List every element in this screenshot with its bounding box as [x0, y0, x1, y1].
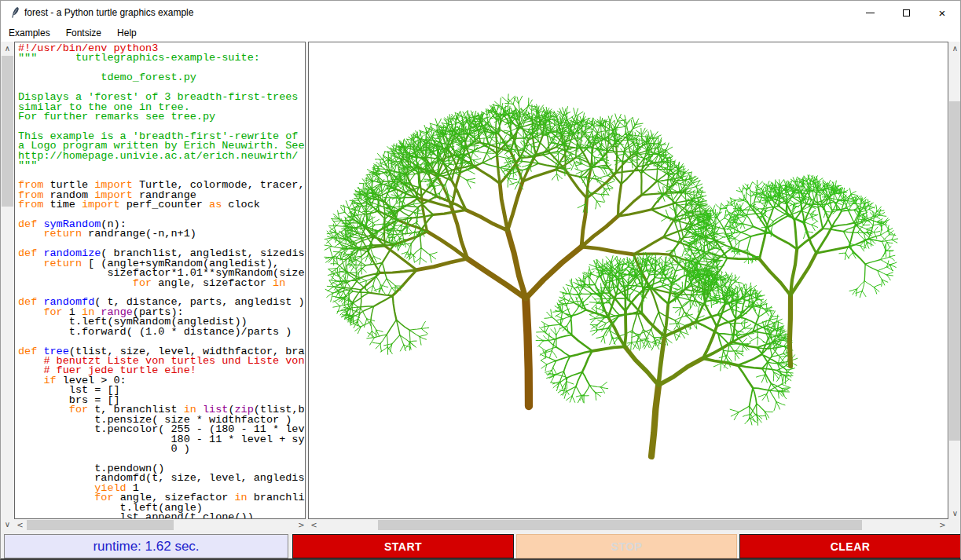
- code-vertical-scrollbar[interactable]: ∧ ∨: [1, 42, 14, 530]
- scroll-thumb[interactable]: [2, 56, 13, 207]
- scroll-right-icon[interactable]: >: [937, 519, 948, 531]
- scroll-thumb[interactable]: [27, 520, 174, 530]
- code-line: tdemo_forest.py: [18, 73, 305, 82]
- scroll-thumb[interactable]: [949, 101, 961, 441]
- title-bar: forest - a Python turtle graphics exampl…: [1, 1, 960, 24]
- turtle-drawing: [309, 42, 948, 518]
- scroll-left-icon[interactable]: <: [14, 519, 26, 531]
- start-button[interactable]: START: [292, 534, 514, 558]
- menu-bar: Examples Fontsize Help: [1, 24, 960, 42]
- code-line: return randrange(-n,n+1): [18, 229, 305, 239]
- code-line: """: [18, 161, 305, 170]
- minimize-icon: [866, 13, 875, 13]
- canvas-horizontal-scrollbar[interactable]: < >: [308, 519, 948, 531]
- scroll-down-icon[interactable]: ∨: [1, 518, 14, 530]
- scroll-right-icon[interactable]: >: [295, 519, 307, 531]
- stop-button[interactable]: STOP: [516, 534, 737, 558]
- scroll-up-icon[interactable]: ∧: [1, 42, 14, 54]
- window-title: forest - a Python turtle graphics exampl…: [24, 7, 193, 18]
- scroll-down-icon[interactable]: ∨: [948, 507, 961, 519]
- scroll-left-icon[interactable]: <: [308, 519, 320, 531]
- scrollbar-corner: [948, 519, 961, 531]
- code-horizontal-scrollbar[interactable]: < >: [14, 519, 307, 531]
- canvas-vertical-scrollbar[interactable]: ∧ ∨: [948, 42, 961, 519]
- code-editor-pane[interactable]: #!/usr/bin/env python3""" turtlegraphics…: [14, 42, 306, 519]
- maximize-button[interactable]: [888, 1, 924, 24]
- app-window: forest - a Python turtle graphics exampl…: [0, 0, 961, 560]
- scroll-up-icon[interactable]: ∧: [948, 42, 961, 54]
- code-line: lst.append(t.clone()): [18, 513, 305, 518]
- menu-fontsize[interactable]: Fontsize: [58, 24, 109, 42]
- menu-examples[interactable]: Examples: [1, 24, 58, 42]
- code-line: 0 ): [18, 445, 305, 454]
- status-bar: runtime: 1.62 sec. START STOP CLEAR: [1, 531, 960, 559]
- close-icon: ×: [939, 7, 946, 19]
- scroll-thumb[interactable]: [378, 520, 862, 530]
- code-line: t.forward( (1.0 * distance)/parts ): [18, 328, 305, 337]
- code-line: http://homepage.univie.ac.at/erich.neuwi…: [18, 152, 305, 161]
- runtime-display: runtime: 1.62 sec.: [4, 534, 288, 558]
- maximize-icon: [903, 9, 910, 16]
- clear-button[interactable]: CLEAR: [739, 534, 961, 558]
- code-line: from time import perf_counter as clock: [18, 200, 305, 210]
- code-line: for angle, sizefactor in: [18, 279, 305, 288]
- minimize-button[interactable]: [852, 1, 888, 24]
- code-line: """ turtlegraphics-example-suite:: [18, 53, 305, 63]
- close-button[interactable]: ×: [924, 1, 960, 24]
- code-line: For further remarks see tree.py: [18, 112, 305, 122]
- menu-help[interactable]: Help: [109, 24, 145, 42]
- code-text: #!/usr/bin/env python3""" turtlegraphics…: [18, 44, 305, 518]
- python-feather-icon: [9, 6, 21, 19]
- turtle-canvas[interactable]: [308, 42, 948, 519]
